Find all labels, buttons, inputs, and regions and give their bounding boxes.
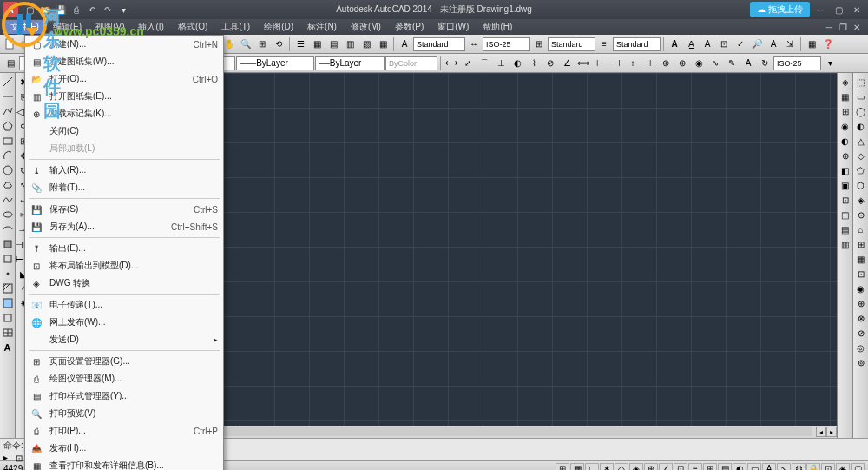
menu-item-sheet[interactable]: ▤新建图纸集(W)...: [25, 53, 223, 70]
gradient-icon[interactable]: [1, 296, 15, 310]
scale-toggle[interactable]: ⤡: [777, 463, 791, 471]
dim-jog-line-icon[interactable]: ∿: [707, 56, 723, 71]
scale-icon[interactable]: ⇲: [782, 36, 798, 52]
dim-dia-icon[interactable]: ⊘: [542, 56, 558, 71]
r2-icon[interactable]: ▦: [838, 89, 852, 103]
menu-item-new[interactable]: ▢新建(N)...Ctrl+N: [25, 36, 223, 53]
menu-item-dwg[interactable]: ◈DWG 转换: [25, 275, 223, 292]
menu-item-plot-style[interactable]: ▤打印样式管理器(Y)...: [25, 387, 223, 405]
xline-icon[interactable]: [1, 89, 15, 103]
menu-insert[interactable]: 插入(I): [133, 20, 168, 34]
hscroll-track[interactable]: [179, 427, 812, 436]
spell-icon[interactable]: ✓: [733, 36, 748, 52]
lineweight-combo[interactable]: ── ByLayer: [315, 56, 385, 70]
r7-icon[interactable]: ◧: [838, 163, 852, 177]
rb1-icon[interactable]: ⬚: [854, 75, 868, 89]
plotstyle-combo[interactable]: ByColor: [385, 56, 437, 70]
upload-button[interactable]: ☁ 拖拽上传: [750, 2, 810, 17]
table2-icon[interactable]: [1, 326, 15, 340]
rb10-icon[interactable]: ⊙: [854, 208, 868, 222]
model-toggle[interactable]: ▭: [747, 463, 761, 471]
osnap-toggle[interactable]: ◇: [615, 463, 628, 471]
zoom-window-icon[interactable]: ⊞: [254, 36, 270, 52]
dimedit-icon[interactable]: ✎: [724, 56, 740, 71]
ws-toggle[interactable]: ⚙: [792, 463, 806, 471]
dim-quick-icon[interactable]: ⟺: [575, 56, 591, 71]
rb5-icon[interactable]: △: [854, 134, 868, 148]
zoom-icon[interactable]: 🔍: [238, 36, 253, 52]
dim-rad-icon[interactable]: ◐: [510, 56, 525, 71]
tablestyle-icon[interactable]: ⊞: [531, 36, 547, 52]
dim-arc-icon[interactable]: ⌒: [477, 56, 492, 71]
menu-dim[interactable]: 标注(N): [302, 20, 342, 34]
menu-item-etransmit[interactable]: 📧电子传递(T)...: [25, 296, 223, 314]
qat-save-icon[interactable]: 💾: [54, 3, 68, 17]
dim-ang-icon[interactable]: ∠: [559, 56, 575, 71]
spline-icon[interactable]: [1, 193, 15, 207]
menu-item-5[interactable]: 关闭(C): [25, 122, 223, 140]
dimupdate-icon[interactable]: ↻: [757, 56, 773, 71]
dimstyle2-combo[interactable]: ISO-25: [773, 56, 821, 70]
rb12-icon[interactable]: ⊞: [854, 237, 868, 251]
menu-item-preview[interactable]: 🔍打印预览(V): [25, 405, 223, 422]
tpy-toggle[interactable]: ⊞: [703, 463, 717, 471]
text-a-icon[interactable]: A: [667, 36, 682, 52]
menu-item-publish[interactable]: 📤发布(H)...: [25, 440, 223, 457]
tolerance-icon[interactable]: ⊕: [658, 56, 674, 71]
menu-item-plotter[interactable]: ⎙绘图仪管理器(M)...: [25, 370, 223, 387]
menu-edit[interactable]: 编辑(E): [48, 20, 87, 34]
hscroll-left-icon[interactable]: ◂: [816, 427, 826, 437]
rb4-icon[interactable]: ◐: [854, 119, 868, 133]
textedit-icon[interactable]: A: [766, 36, 781, 52]
insert-icon[interactable]: [1, 237, 15, 251]
markup-icon[interactable]: ▧: [358, 36, 374, 52]
menu-format[interactable]: 格式(O): [173, 20, 213, 34]
arc-icon[interactable]: [1, 149, 15, 162]
snap-toggle[interactable]: ⊞: [556, 463, 569, 471]
new-icon[interactable]: [3, 36, 18, 52]
menu-item-web[interactable]: 🌐网上发布(W)...: [25, 314, 223, 331]
ortho-toggle[interactable]: ∟: [585, 463, 599, 471]
menu-item-attach[interactable]: 📎附着(T)...: [25, 179, 223, 196]
dim-ord-icon[interactable]: ⊥: [493, 56, 509, 71]
r11-icon[interactable]: ▤: [838, 222, 852, 236]
anno-toggle[interactable]: A: [762, 463, 776, 471]
rb2-icon[interactable]: ▭: [854, 89, 868, 103]
rb19-icon[interactable]: ◎: [854, 341, 868, 354]
minimize-button[interactable]: ─: [812, 3, 828, 16]
polygon-icon[interactable]: [1, 119, 15, 133]
close-button[interactable]: ✕: [849, 3, 865, 16]
menu-item-save[interactable]: 💾保存(S)Ctrl+S: [25, 201, 223, 218]
r3-icon[interactable]: ⊞: [838, 104, 852, 118]
menu-item-20[interactable]: 发送(D)▸: [25, 331, 223, 348]
sheet-set-icon[interactable]: ▥: [342, 36, 358, 52]
line-icon[interactable]: [1, 75, 15, 89]
rect-icon[interactable]: [1, 134, 15, 148]
zoom-prev-icon[interactable]: ⟲: [271, 36, 286, 52]
revcloud-icon[interactable]: [1, 178, 15, 192]
menu-tools[interactable]: 工具(T): [216, 20, 255, 34]
menu-file[interactable]: 文件(F): [5, 20, 44, 34]
rb18-icon[interactable]: ⊘: [854, 326, 868, 340]
linetype-combo[interactable]: ─── ByLayer: [236, 56, 314, 70]
r12-icon[interactable]: ▥: [838, 237, 852, 251]
r10-icon[interactable]: ◫: [838, 208, 852, 222]
block-icon[interactable]: [1, 252, 15, 266]
hscroll-right-icon[interactable]: ▸: [826, 427, 837, 437]
menu-modify[interactable]: 修改(M): [345, 20, 386, 34]
iso-toggle[interactable]: ◈: [836, 463, 850, 471]
props-icon[interactable]: ☰: [293, 36, 308, 52]
qat-redo-icon[interactable]: ↷: [101, 3, 115, 17]
dim-base-icon[interactable]: ⊢: [592, 56, 608, 71]
menu-window[interactable]: 窗口(W): [432, 20, 474, 34]
dim-break-icon[interactable]: ⊣⊢: [641, 56, 657, 71]
rb16-icon[interactable]: ⊕: [854, 296, 868, 310]
3dosnap-toggle[interactable]: ◈: [629, 463, 643, 471]
rb7-icon[interactable]: ⬠: [854, 163, 868, 177]
app-icon[interactable]: A: [3, 2, 18, 17]
field-icon[interactable]: ⊡: [716, 36, 732, 52]
lwt-toggle[interactable]: ≡: [688, 463, 702, 471]
dyn-toggle[interactable]: ⊡: [674, 463, 687, 471]
r6-icon[interactable]: ⊕: [838, 149, 852, 162]
sc-toggle[interactable]: ◐: [733, 463, 746, 471]
